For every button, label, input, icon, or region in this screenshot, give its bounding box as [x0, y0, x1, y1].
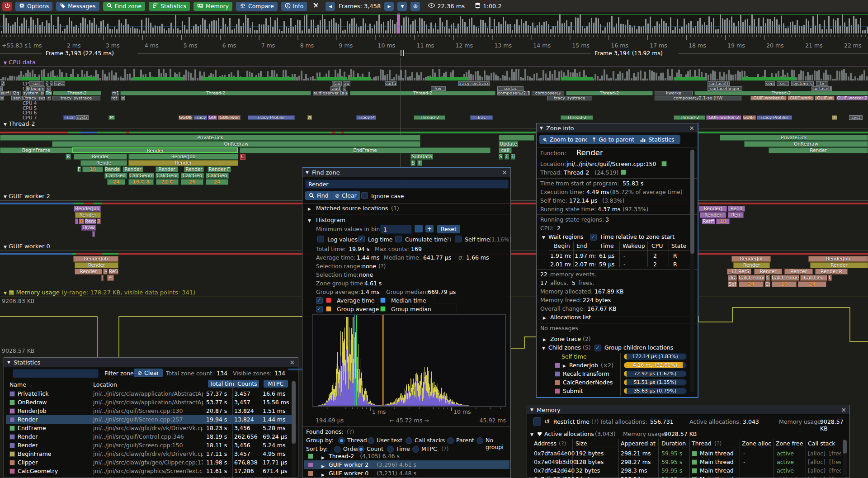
child-zone-bar[interactable]: 4.16 ms (92.60%): [623, 362, 687, 369]
time-ruler[interactable]: [0, 35, 868, 43]
cpu-zone[interactable]: surf: [0, 91, 9, 95]
cpu-zone[interactable]: surfac: [497, 86, 524, 91]
timeline-zone[interactable]: Render R: [815, 269, 848, 274]
alloc-column-header[interactable]: Appeared at: [621, 440, 656, 447]
timeline-zone[interactable]: OnRedraw: [744, 141, 868, 147]
matched-expand-arrow[interactable]: ▶: [308, 207, 311, 211]
cpu-zone[interactable]: sis: [777, 81, 789, 86]
scrollbar-thumb[interactable]: [843, 440, 847, 454]
timeline-zone[interactable]: Ren: [728, 212, 744, 218]
cpu-zone[interactable]: GUIF work: [788, 96, 814, 100]
cpu-zone[interactable]: Tracy P: [356, 115, 376, 120]
timeline-zone[interactable]: 24: [107, 179, 125, 185]
timeline-zone[interactable]: PrivateTick: [720, 135, 868, 141]
timeline-zone[interactable]: call: [499, 147, 512, 153]
sort-by-radio[interactable]: [358, 446, 364, 453]
wait-table-header[interactable]: Begin: [554, 242, 570, 249]
self-time-bar[interactable]: 172.14 µs (3.83%): [623, 353, 687, 360]
cpu-zone[interactable]: aud: [330, 86, 341, 91]
cpu-zone[interactable]: GUI: [208, 115, 217, 120]
table-row[interactable]: CalcGeometryjni/../jni/src/claw/graphics…: [4, 467, 292, 475]
cpu-zone[interactable]: i2g: [10, 91, 21, 95]
collapse-arrow[interactable]: ▼: [530, 407, 533, 412]
found-zone-row[interactable]: ▶GUIF worker 0(3,231) 4.48 s: [302, 469, 509, 477]
cpu-zone[interactable]: composer@2.1-se [HW: [497, 91, 530, 95]
timeline-zone[interactable]: EndFrame: [240, 147, 491, 153]
alloc-callstack-free[interactable]: [free]: [829, 450, 841, 457]
table-row[interactable]: Clipperjni/../jni/src/claw/gfx/geo/Clipp…: [4, 459, 292, 466]
cpu-zone[interactable]: Tracy Profiler: [757, 115, 792, 120]
cpu-zone[interactable]: k: [26, 86, 29, 91]
collapse-arrow[interactable]: ▼: [540, 126, 543, 130]
timeline-zone[interactable]: R: [66, 154, 71, 160]
min-bin-input[interactable]: 1: [380, 225, 412, 234]
expand-arrow[interactable]: ▶: [321, 454, 325, 460]
cpu-zone[interactable]: kw: [431, 86, 446, 91]
table-row[interactable]: Renderjni/../jni/src/guif/Screen.cpp:150…: [4, 441, 292, 449]
collapse-arrow[interactable]: ▼: [4, 61, 7, 65]
timeline-zone[interactable]: 24: [739, 281, 764, 287]
timeline-zone[interactable]: Render: [104, 166, 121, 172]
cpu-zone[interactable]: GUIF worker 2: [706, 115, 741, 120]
timeline-zone[interactable]: CalcGeo: [800, 275, 827, 281]
table-row[interactable]: EndFramejni/../jni/src/claw/gfx/drv/vk/D…: [4, 424, 292, 432]
timeline-zone[interactable]: CalcGeor: [156, 173, 179, 179]
cpu-data-header[interactable]: ▼ CPU data: [4, 59, 36, 66]
timeline-zone[interactable]: [75, 218, 78, 224]
sort-column-button[interactable]: Counts: [236, 380, 259, 388]
timeline-zone[interactable]: Render: [128, 160, 238, 166]
timeline-zone[interactable]: 22 C: [156, 179, 179, 185]
wait-table-header[interactable]: End: [576, 242, 587, 249]
table-row[interactable]: Renderjni/../jni/src/guif/Screen.cpp:257…: [4, 416, 292, 423]
collapse-arrow[interactable]: ▼: [4, 245, 7, 249]
timeline-zone[interactable]: Render: [810, 262, 868, 268]
timeline-zone[interactable]: Render: [72, 147, 238, 153]
timeline-zone[interactable]: 18: [82, 166, 103, 172]
cpu-zone[interactable]: system_s: [791, 81, 814, 86]
cpu-zone[interactable]: Thread-2: [566, 91, 653, 95]
cpu-zone[interactable]: systr: [76, 115, 89, 120]
cpu-zone[interactable]: I: [832, 115, 837, 120]
cpu-zone[interactable]: GUIF wor: [218, 115, 241, 120]
child-expand-arrow[interactable]: ▶: [563, 364, 566, 368]
timeline-zone[interactable]: Draw: [81, 225, 96, 231]
options-button[interactable]: Options: [15, 2, 52, 11]
timeline-zone[interactable]: CalcGeo: [104, 173, 127, 179]
timeline-zone[interactable]: OnRedraw: [52, 141, 420, 147]
cpu-zone[interactable]: s: [46, 81, 48, 86]
cpu-zone[interactable]: Thread-2: [53, 91, 101, 95]
cpu-zone[interactable]: kw.gm: [30, 86, 45, 91]
cpu-zone[interactable]: sen: [765, 81, 775, 86]
cpu-zone[interactable]: s: [0, 86, 3, 91]
zone-action-button[interactable]: ↑Go to parent: [587, 135, 639, 144]
allocations-list-arrow[interactable]: ▶: [543, 316, 546, 320]
cpu-zone[interactable]: rot_d: [111, 96, 118, 100]
collapse-arrow[interactable]: ▼: [306, 170, 309, 175]
timeline-zone[interactable]: Render: [700, 212, 726, 218]
found-zone-row[interactable]: ▶GUIF worker 2(3,296) 4.61 s: [302, 461, 509, 469]
timeline-zone[interactable]: [499, 135, 534, 141]
thread-header[interactable]: ▼ GUIF worker 2: [4, 193, 50, 199]
timeline-zone[interactable]: RenderJol: [731, 256, 771, 262]
timeline-zone[interactable]: 26: [181, 179, 203, 185]
timeline-zone[interactable]: Tl: [511, 154, 515, 160]
crosshair-button[interactable]: ⊕: [410, 2, 420, 11]
alloc-callstack-free[interactable]: [free]: [829, 458, 841, 466]
cpu-zone[interactable]: Thread-2: [694, 91, 868, 95]
group-by-radio[interactable]: [406, 437, 412, 444]
cpu-zone[interactable]: GGUIF: [179, 115, 193, 120]
group-by-radio[interactable]: [476, 437, 483, 444]
group-by-radio[interactable]: [368, 437, 374, 444]
allocation-row[interactable]: 0x7e049b3d00128 bytes298.27 ms59.95 sMai…: [527, 458, 841, 466]
timeline-zone[interactable]: Ca: [766, 275, 770, 281]
expand-arrow[interactable]: ▶: [321, 471, 325, 477]
timeline-zone[interactable]: Render: [75, 262, 118, 268]
cpu-zone[interactable]: m1a: [112, 91, 119, 95]
active-allocations-arrow[interactable]: ▼: [530, 432, 533, 437]
cpu-zone[interactable]: tracy_systrace: [458, 81, 490, 86]
memory-button[interactable]: Memory: [193, 2, 232, 11]
table-row[interactable]: RenderJobjni/../jni/src/guif/Screen.cpp:…: [4, 407, 292, 415]
collapse-arrow[interactable]: ▼: [7, 360, 10, 364]
timeline-zone[interactable]: CalcGeome: [129, 173, 154, 179]
cpu-zone[interactable]: tracy_syst: [25, 96, 45, 100]
